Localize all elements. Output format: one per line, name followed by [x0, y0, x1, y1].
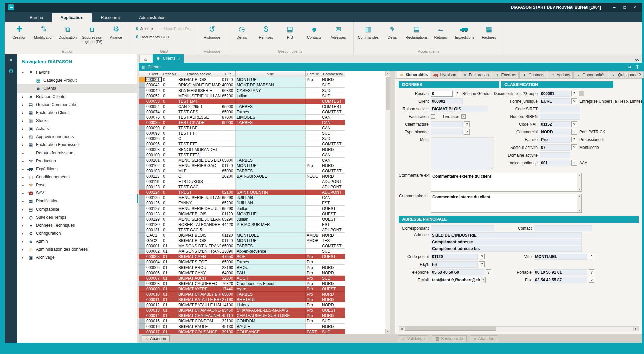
table-row[interactable]: 0001290MENUISERIE JUILLANAIS65290Juillan… [139, 217, 385, 222]
table-row[interactable]: 0001190ETS DUBOISADUPONT [139, 179, 385, 184]
cell-c-p[interactable]: 47550 [221, 254, 236, 259]
cell-client[interactable]: 000007 [145, 276, 162, 281]
cell-commercial[interactable]: CAN [321, 195, 345, 200]
table-row[interactable]: 00001501BIGMAT CONDOM32100CONDOMProSUD [139, 318, 385, 324]
collapse-sidebar-icon[interactable] [10, 57, 12, 62]
cell-ville[interactable] [236, 179, 306, 184]
cell-c-p[interactable]: 65000 [221, 259, 236, 265]
cell-c-p[interactable]: 87000 [221, 115, 236, 120]
hscroll-thumb[interactable] [405, 327, 496, 331]
cell-reseau[interactable]: 0 [162, 233, 177, 238]
scroll-left-icon[interactable] [399, 327, 404, 331]
sidebar-item-favoris[interactable]: ▾⚑Favoris [17, 68, 137, 76]
download-icon[interactable] [635, 64, 639, 70]
cell-raison-sociale[interactable]: MAISONS D'EN FRANCE [177, 249, 221, 254]
cell-famille[interactable] [306, 222, 321, 227]
cell-reseau[interactable]: 0 [162, 93, 177, 99]
cell-c-p[interactable]: 32100 [221, 318, 236, 324]
cell-reseau[interactable]: 01 [162, 297, 177, 302]
sidebar-item-production[interactable]: ▸⚒Production [17, 157, 137, 165]
cell-reseau[interactable]: 0 [162, 222, 177, 227]
cell-client[interactable]: 000012 [145, 302, 162, 308]
cell-c-p[interactable]: 65290 [221, 217, 236, 222]
cell-client[interactable]: 000103 [145, 168, 162, 174]
hscroll-track[interactable] [404, 327, 633, 331]
ribbon-button-retours[interactable]: ←Retours [429, 23, 453, 40]
cell-ville[interactable]: MONT-DE-MARSAN [236, 82, 306, 88]
famille-input[interactable] [540, 137, 570, 143]
row-selector[interactable] [139, 265, 145, 270]
cell-famille[interactable]: Pro [306, 276, 321, 281]
column-header-raison-sociale[interactable]: Raison sociale [177, 71, 221, 77]
table-row[interactable]: 00000901BIGMAT AYTRE17440AytreProOUEST [139, 286, 385, 292]
cell-raison-sociale[interactable]: MAISONS D'EN FRANCE [177, 243, 221, 249]
cell-famille[interactable]: AMOB [306, 233, 321, 238]
sidebar-item-configuration[interactable]: ▸⚙Configuration [17, 229, 137, 237]
cell-famille[interactable]: Pro [306, 302, 321, 308]
cell-ville[interactable]: Tarbes [236, 109, 306, 115]
cell-reseau[interactable]: 0 [162, 115, 177, 120]
table-row[interactable]: 0000950CSUD [139, 136, 385, 141]
cell-ville[interactable]: CHAMPAGNE-LES-MARAIS [236, 308, 306, 313]
cell-ville[interactable]: Juillan [236, 217, 306, 222]
cell-client[interactable]: 000054 [145, 104, 162, 109]
cell-commercial[interactable]: OUEST [321, 217, 345, 222]
ribbon-button-devis[interactable]: ✎Devis [380, 23, 405, 40]
cell-commercial[interactable]: NORD [321, 302, 345, 308]
details-tab-contacts[interactable]: ☻Contacts [519, 71, 547, 78]
cell-c-p[interactable]: 65000 [221, 104, 236, 109]
minimize-button[interactable]: – [610, 4, 619, 10]
row-selector[interactable] [139, 158, 145, 163]
scroll-down-icon[interactable] [385, 329, 390, 334]
cell-c-p[interactable]: 65000 [221, 120, 236, 125]
cell-commercial[interactable]: NORD [321, 174, 345, 179]
fax-help-button[interactable]: ? [589, 277, 594, 283]
row-selector[interactable] [139, 174, 145, 179]
cell-reseau[interactable]: 0 [162, 211, 177, 217]
ribbon-button-expeditions[interactable]: Expéditions [453, 23, 477, 40]
cell-ville[interactable]: CABESTANY [236, 88, 306, 93]
row-selector[interactable] [139, 152, 145, 158]
cell-client[interactable]: 000076 [145, 115, 162, 120]
cell-c-p[interactable] [221, 131, 236, 136]
cell-reseau[interactable]: 0 [162, 82, 177, 88]
telephone-input[interactable] [431, 269, 484, 275]
sidebar-item-archivage[interactable]: ▸▣Archivage [17, 253, 137, 261]
row-selector[interactable] [139, 136, 145, 141]
row-selector[interactable] [139, 233, 145, 238]
cell-raison-sociale[interactable]: BIGMAT BLOIS [177, 238, 221, 243]
cell-famille[interactable]: Pro [306, 313, 321, 318]
cell-commercial[interactable]: SUD [321, 88, 345, 93]
ribbon-button-modification[interactable]: ✎Modification [32, 23, 56, 44]
type-blocage-input[interactable] [431, 129, 463, 135]
cell-reseau[interactable]: 0 [162, 109, 177, 115]
cell-client[interactable]: 000096 [145, 141, 162, 147]
sidebar-item-retours-fournisseurs[interactable]: ▸←Retours fournisseurs [17, 149, 137, 157]
cell-client[interactable]: 000127 [145, 206, 162, 211]
cell-famille[interactable] [306, 227, 321, 233]
cell-famille[interactable] [306, 152, 321, 158]
cell-reseau[interactable]: 01 [162, 302, 177, 308]
menu-tab-application[interactable]: Application [52, 13, 92, 22]
cell-client[interactable]: 000005 [145, 265, 162, 270]
column-header-commercial[interactable]: Commercial [321, 71, 345, 77]
cell-client[interactable]: 000124 [145, 190, 162, 195]
ribbon-button-creation[interactable]: ✚Création [7, 23, 32, 44]
cell-commercial[interactable]: COMTEST [321, 109, 345, 115]
cell-client[interactable]: 000013 [145, 308, 162, 313]
table-row[interactable]: 00000601BIGMAT CANY64000PAUProNORD [139, 270, 385, 276]
cell-ville[interactable]: TARBES [236, 168, 306, 174]
cell-reseau[interactable]: 0 [162, 206, 177, 211]
row-selector[interactable] [139, 125, 145, 131]
cell-reseau[interactable]: 0 [162, 152, 177, 158]
cell-reseau[interactable]: 01 [162, 270, 177, 276]
cell-client[interactable]: 000123 [145, 184, 162, 190]
table-row[interactable]: 0000540CAN 22265 165000TARBESCOMTEST [139, 104, 385, 109]
cell-ville[interactable]: Caudebec-lès-Elbeuf [236, 281, 306, 286]
cell-reseau[interactable]: 01 [162, 286, 177, 292]
ville-input[interactable] [534, 254, 587, 260]
cell-client[interactable]: 000001 [145, 77, 162, 82]
cell-famille[interactable] [306, 195, 321, 200]
commercial-help-button[interactable]: ? [571, 129, 577, 135]
menu-tab-raccourcis[interactable]: Raccourcis [92, 13, 130, 22]
